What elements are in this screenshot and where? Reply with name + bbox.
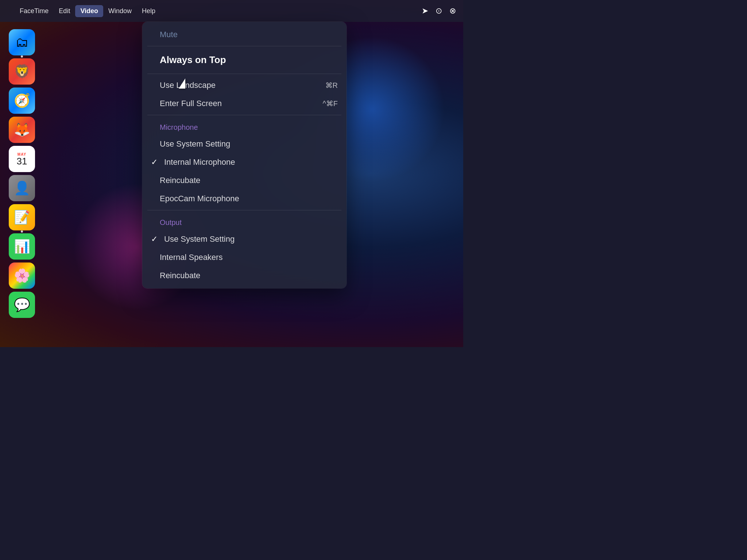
wifi-icon[interactable]: ⊗ bbox=[449, 6, 456, 16]
menu-item-reincubate-output[interactable]: Reincubate bbox=[142, 267, 347, 285]
menu-item-reincubate-mic[interactable]: Reincubate bbox=[142, 171, 347, 190]
menu-label-use-system-setting-output: Use System Setting bbox=[164, 234, 235, 244]
dock-finder[interactable]: 🗂 bbox=[9, 29, 35, 55]
menu-label-use-landscape: Use Landscape bbox=[160, 81, 216, 90]
menu-item-epoocam-mic[interactable]: EpocCam Microphone bbox=[142, 190, 347, 208]
dock: 🗂 🦁 🧭 🦊 MAY 31 👤 📝 📊 🌸 💬 bbox=[0, 22, 44, 347]
menubar-window[interactable]: Window bbox=[103, 5, 137, 17]
location-icon[interactable]: ➤ bbox=[422, 6, 428, 16]
menubar-edit[interactable]: Edit bbox=[54, 5, 75, 17]
menu-item-enter-fullscreen[interactable]: Enter Full Screen ^⌘F bbox=[142, 94, 347, 113]
menu-label-microphone-header: Microphone bbox=[160, 123, 198, 132]
menubar-video[interactable]: Video bbox=[75, 5, 103, 17]
menu-label-use-system-setting-mic: Use System Setting bbox=[160, 139, 230, 149]
menubar: FaceTime Edit Video Window Help ➤ ⊙ ⊗ bbox=[0, 0, 463, 22]
focusmode-icon[interactable]: ⊙ bbox=[436, 6, 442, 16]
dock-dot bbox=[21, 55, 23, 58]
menu-shortcut-fullscreen: ^⌘F bbox=[322, 99, 338, 108]
menubar-facetime[interactable]: FaceTime bbox=[15, 5, 54, 17]
menubar-right-icons: ➤ ⊙ ⊗ bbox=[422, 6, 456, 16]
separator-4 bbox=[147, 210, 341, 210]
dock-photos[interactable]: 🌸 bbox=[9, 262, 35, 289]
dock-calendar[interactable]: MAY 31 bbox=[9, 146, 35, 172]
menu-label-mute: Mute bbox=[160, 30, 178, 39]
menubar-help[interactable]: Help bbox=[137, 5, 160, 17]
checkmark-internal-mic: ✓ bbox=[151, 158, 160, 167]
menu-item-always-on-top[interactable]: Always on Top bbox=[142, 48, 347, 71]
menu-label-epoocam-mic: EpocCam Microphone bbox=[160, 194, 239, 203]
menu-label-reincubate-output: Reincubate bbox=[160, 271, 200, 280]
calendar-day: 31 bbox=[17, 156, 27, 166]
menu-item-use-system-setting-mic[interactable]: Use System Setting bbox=[142, 135, 347, 153]
dock-contacts[interactable]: 👤 bbox=[9, 175, 35, 201]
dock-notes[interactable]: 📝 bbox=[9, 204, 35, 230]
menu-label-enter-fullscreen: Enter Full Screen bbox=[160, 99, 222, 108]
finder-icon: 🗂 bbox=[15, 35, 28, 50]
safari-icon: 🧭 bbox=[14, 93, 30, 108]
dock-firefox[interactable]: 🦊 bbox=[9, 117, 35, 143]
dock-dot-notes bbox=[21, 230, 23, 233]
menu-header-microphone: Microphone bbox=[142, 117, 347, 135]
menu-label-internal-speakers: Internal Speakers bbox=[160, 253, 222, 262]
menu-item-use-landscape[interactable]: Use Landscape ⌘R bbox=[142, 76, 347, 94]
separator-2 bbox=[147, 74, 341, 74]
checkmark-system-setting-output: ✓ bbox=[151, 234, 160, 244]
dock-brave[interactable]: 🦁 bbox=[9, 58, 35, 85]
menu-shortcut-landscape: ⌘R bbox=[325, 81, 338, 90]
messages-icon: 💬 bbox=[14, 297, 30, 312]
menu-item-internal-microphone[interactable]: ✓ Internal Microphone bbox=[142, 153, 347, 171]
menu-item-internal-speakers[interactable]: Internal Speakers bbox=[142, 248, 347, 267]
menu-header-output: Output bbox=[142, 213, 347, 230]
menu-label-internal-microphone: Internal Microphone bbox=[164, 158, 235, 167]
video-dropdown-menu: Mute Always on Top Use Landscape ⌘R Ente… bbox=[142, 22, 347, 288]
brave-icon: 🦁 bbox=[14, 64, 30, 79]
notes-icon: 📝 bbox=[14, 210, 30, 225]
dock-messages[interactable]: 💬 bbox=[9, 292, 35, 318]
menu-item-mute[interactable]: Mute bbox=[142, 26, 347, 44]
contacts-icon: 👤 bbox=[14, 180, 30, 196]
dock-safari[interactable]: 🧭 bbox=[9, 88, 35, 114]
charts-icon: 📊 bbox=[14, 239, 30, 254]
dock-charts[interactable]: 📊 bbox=[9, 233, 35, 260]
menu-label-always-on-top: Always on Top bbox=[160, 54, 226, 66]
separator-3 bbox=[147, 115, 341, 115]
menu-label-reincubate-mic: Reincubate bbox=[160, 176, 200, 185]
menu-label-output-header: Output bbox=[160, 218, 182, 227]
separator-1 bbox=[147, 46, 341, 46]
photos-icon: 🌸 bbox=[14, 268, 30, 283]
menu-item-use-system-setting-output[interactable]: ✓ Use System Setting bbox=[142, 230, 347, 248]
firefox-icon: 🦊 bbox=[14, 122, 30, 137]
